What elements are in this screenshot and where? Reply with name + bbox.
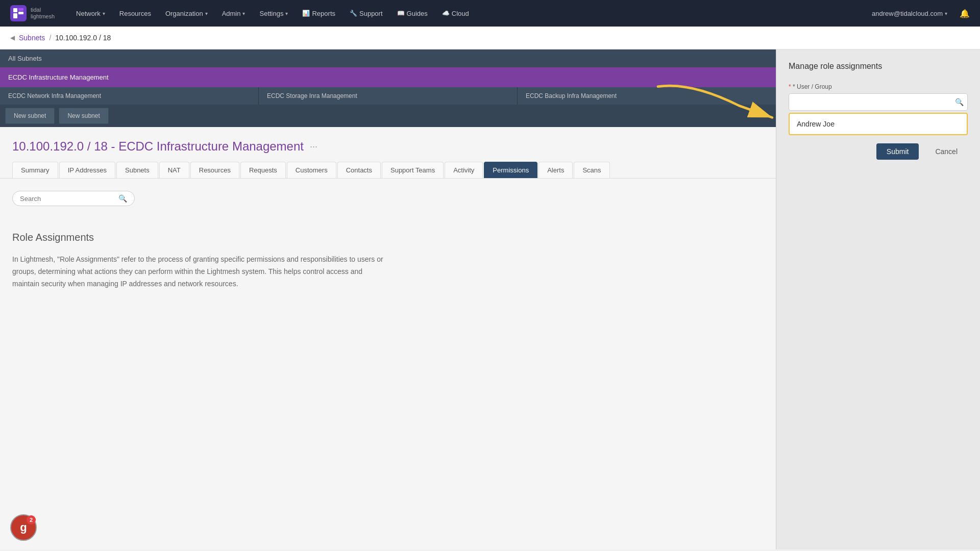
tree-new-subnet-2[interactable]: New subnet [59,108,108,124]
nav-organization[interactable]: Organization ▾ [159,7,214,20]
tree-ecdc-infra[interactable]: ECDC Infrastructure Management [0,67,776,87]
tab-subnets[interactable]: Subnets [116,162,158,178]
page-title-text: 10.100.192.0 / 18 - ECDC Infrastructure … [12,139,304,154]
tree-all-subnets[interactable]: All Subnets [0,49,776,67]
user-group-search-icon[interactable]: 🔍 [955,98,964,106]
submit-button[interactable]: Submit [876,143,919,160]
breadcrumb-parent-link[interactable]: Subnets [19,34,45,42]
svg-rect-2 [18,12,23,14]
tab-support-teams[interactable]: Support Teams [382,162,444,178]
nav-support[interactable]: 🔧 Support [344,7,389,20]
nav-cloud[interactable]: ☁️ Cloud [436,7,475,20]
role-assignments-title: Role Assignments [12,232,764,243]
tree-cell-backup[interactable]: ECDC Backup Infra Management [518,87,776,105]
tree-row-2: New subnet New subnet [0,105,776,127]
page-title: 10.100.192.0 / 18 - ECDC Infrastructure … [12,139,764,154]
panel-buttons: Submit Cancel [789,143,968,160]
tab-nat[interactable]: NAT [159,162,189,178]
cancel-button[interactable]: Cancel [925,143,968,160]
dropdown-item-andrew-joe[interactable]: Andrew Joe [790,114,967,134]
notification-bell-icon[interactable]: 🔔 [960,9,970,18]
role-assignments-section: Role Assignments In Lightmesh, "Role Ass… [12,221,764,300]
tree-new-subnet-1[interactable]: New subnet [5,108,55,124]
nav-user-menu[interactable]: andrew@tidalcloud.com ▾ [866,7,953,20]
page-options-button[interactable]: ··· [310,141,317,152]
user-avatar-button[interactable]: g 2 [10,514,37,541]
user-group-input-wrapper: 🔍 [789,93,968,111]
breadcrumb: ◀ Subnets / 10.100.192.0 / 18 [0,27,980,49]
brand-name-line2: lightmesh [31,13,55,20]
user-group-field: * * User / Group 🔍 Andrew Joe [789,83,968,135]
search-input[interactable] [20,195,114,203]
nav-right: andrew@tidalcloud.com ▾ 🔔 [866,7,970,20]
tree-cell-storage[interactable]: ECDC Storage Inra Management [259,87,518,105]
user-group-input[interactable] [789,93,968,111]
tab-customers[interactable]: Customers [287,162,336,178]
tab-requests[interactable]: Requests [240,162,286,178]
navbar: tidal lightmesh Network ▾ Resources Orga… [0,0,980,27]
brand-logo-area[interactable]: tidal lightmesh [10,5,55,21]
breadcrumb-current: 10.100.192.0 / 18 [55,34,111,42]
main-layout: All Subnets ECDC Infrastructure Manageme… [0,49,980,549]
tabs-bar: Summary IP Addresses Subnets NAT Resourc… [0,162,776,179]
tree-cell-network[interactable]: ECDC Network Infra Management [0,87,259,105]
user-group-dropdown: Andrew Joe [789,113,968,135]
tab-ip-addresses[interactable]: IP Addresses [59,162,115,178]
avatar-letter: g [20,521,27,534]
nav-settings[interactable]: Settings ▾ [253,7,294,20]
nav-guides[interactable]: 📖 Guides [391,7,434,20]
tab-scans[interactable]: Scans [574,162,609,178]
role-assignments-description: In Lightmesh, "Role Assignments" refer t… [12,254,390,290]
tab-summary[interactable]: Summary [12,162,58,178]
permissions-content: 🔍 Role Assignments In Lightmesh, "Role A… [0,179,776,312]
tree-all-subnets-label: All Subnets [8,55,42,62]
brand-name-line1: tidal [31,7,55,13]
brand-logo-icon [10,5,27,21]
tab-contacts[interactable]: Contacts [337,162,381,178]
nav-user-email: andrew@tidalcloud.com [872,10,943,17]
avatar-notification-badge: 2 [27,515,36,524]
nav-items: Network ▾ Resources Organization ▾ Admin… [70,7,866,20]
right-panel: Manage role assignments * * User / Group… [776,49,980,549]
svg-rect-0 [13,8,17,12]
tab-resources[interactable]: Resources [190,162,239,178]
svg-rect-3 [13,13,17,18]
tab-activity[interactable]: Activity [445,162,483,178]
tab-alerts[interactable]: Alerts [538,162,573,178]
tree-row-1: ECDC Network Infra Management ECDC Stora… [0,87,776,105]
svg-rect-1 [18,8,23,11]
panel-title: Manage role assignments [789,62,968,71]
subnet-tree: All Subnets ECDC Infrastructure Manageme… [0,49,776,127]
tree-ecdc-infra-label: ECDC Infrastructure Management [8,73,109,81]
breadcrumb-separator: / [49,34,51,42]
tab-permissions[interactable]: Permissions [484,162,537,178]
nav-admin[interactable]: Admin ▾ [216,7,252,20]
search-box-container: 🔍 [12,191,135,206]
page-header: 10.100.192.0 / 18 - ECDC Infrastructure … [0,127,776,162]
user-group-label: * * User / Group [789,83,968,90]
search-icon: 🔍 [118,194,127,203]
nav-network[interactable]: Network ▾ [70,7,111,20]
nav-resources[interactable]: Resources [113,7,157,20]
nav-reports[interactable]: 📊 Reports [296,7,341,20]
content-area: All Subnets ECDC Infrastructure Manageme… [0,49,776,549]
